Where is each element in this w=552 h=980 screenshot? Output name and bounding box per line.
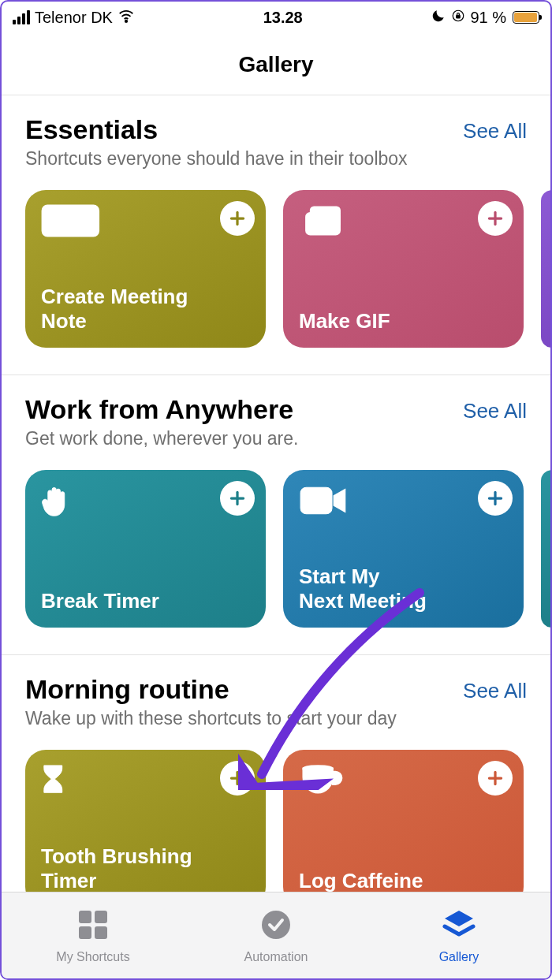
svg-rect-34 xyxy=(95,926,107,939)
keyboard-icon xyxy=(41,204,250,242)
svg-rect-2 xyxy=(457,15,461,18)
add-shortcut-button[interactable] xyxy=(478,761,513,796)
shortcut-card-log-caffeine[interactable]: Log Caffeine xyxy=(283,750,524,907)
add-shortcut-button[interactable] xyxy=(478,201,513,236)
status-bar: Telenor DK 13.28 91 % xyxy=(2,2,550,33)
tab-label: My Shortcuts xyxy=(56,950,129,964)
cards-row[interactable]: Create Meeting Note Make GIF xyxy=(25,190,550,374)
card-label: Start My Next Meeting xyxy=(299,565,508,613)
tab-automation[interactable]: Automation xyxy=(185,907,367,964)
peek-card-right[interactable] xyxy=(541,190,550,348)
clock-label: 13.28 xyxy=(263,9,303,27)
card-label: Make GIF xyxy=(299,309,508,333)
section-subtitle: Wake up with these shortcuts to start yo… xyxy=(25,708,550,729)
cards-row[interactable]: Break Timer Start My Next Meeting xyxy=(25,470,550,654)
shortcut-card-tooth-brushing-timer[interactable]: Tooth Brushing Timer xyxy=(25,750,266,907)
tab-gallery[interactable]: Gallery xyxy=(367,907,550,964)
carrier-label: Telenor DK xyxy=(35,9,113,27)
card-label: Tooth Brushing Timer xyxy=(41,844,250,893)
wifi-icon xyxy=(117,7,135,28)
tab-label: Gallery xyxy=(439,950,479,964)
cards-row[interactable]: Tooth Brushing Timer Log Caffeine xyxy=(25,750,550,907)
orientation-lock-icon xyxy=(451,9,465,27)
card-label: Log Caffeine xyxy=(299,869,508,893)
svg-rect-31 xyxy=(79,911,91,923)
section-essentials: Essentials See All Shortcuts everyone sh… xyxy=(2,95,550,375)
card-label: Create Meeting Note xyxy=(41,285,250,333)
svg-point-28 xyxy=(304,766,332,771)
add-shortcut-button[interactable] xyxy=(478,481,513,516)
tab-my-shortcuts[interactable]: My Shortcuts xyxy=(2,907,185,964)
see-all-link[interactable]: See All xyxy=(463,114,527,143)
page-title: Gallery xyxy=(2,33,550,95)
tab-label: Automation xyxy=(244,950,308,964)
photos-icon xyxy=(299,204,508,242)
add-shortcut-button[interactable] xyxy=(220,761,255,796)
grid-icon xyxy=(76,907,110,945)
shortcut-card-make-gif[interactable]: Make GIF xyxy=(283,190,524,348)
status-right: 91 % xyxy=(431,8,539,28)
clock-check-icon xyxy=(259,907,293,945)
hourglass-icon xyxy=(41,764,250,802)
coffee-icon xyxy=(299,764,508,802)
do-not-disturb-icon xyxy=(431,8,446,28)
svg-rect-32 xyxy=(95,911,107,923)
layers-icon xyxy=(442,907,476,945)
content-scroll[interactable]: Essentials See All Shortcuts everyone sh… xyxy=(2,95,550,907)
svg-point-18 xyxy=(313,218,318,223)
section-work-from-anywhere: Work from Anywhere See All Get work done… xyxy=(2,375,550,655)
svg-point-35 xyxy=(262,911,290,939)
section-title: Essentials xyxy=(25,114,158,145)
section-subtitle: Shortcuts everyone should have in their … xyxy=(25,148,550,170)
tab-bar: My Shortcuts Automation Gallery xyxy=(2,892,550,978)
hand-icon xyxy=(41,484,250,522)
add-shortcut-button[interactable] xyxy=(220,481,255,516)
status-left: Telenor DK xyxy=(13,7,135,28)
svg-rect-33 xyxy=(79,926,91,939)
add-shortcut-button[interactable] xyxy=(220,201,255,236)
section-morning-routine: Morning routine See All Wake up with the… xyxy=(2,655,550,907)
section-title: Morning routine xyxy=(25,674,229,705)
video-icon xyxy=(299,484,508,522)
see-all-link[interactable]: See All xyxy=(463,674,527,703)
section-title: Work from Anywhere xyxy=(25,394,293,425)
shortcut-card-break-timer[interactable]: Break Timer xyxy=(25,470,266,628)
shortcut-card-create-meeting-note[interactable]: Create Meeting Note xyxy=(25,190,266,348)
see-all-link[interactable]: See All xyxy=(463,394,527,423)
shortcut-card-start-next-meeting[interactable]: Start My Next Meeting xyxy=(283,470,524,628)
cellular-signal-icon xyxy=(13,10,30,24)
battery-icon xyxy=(513,11,539,24)
card-label: Break Timer xyxy=(41,589,250,613)
svg-rect-23 xyxy=(300,487,332,514)
svg-point-0 xyxy=(125,20,127,21)
battery-pct-label: 91 % xyxy=(470,9,506,27)
peek-card-right[interactable] xyxy=(541,470,550,628)
section-subtitle: Get work done, wherever you are. xyxy=(25,428,550,449)
